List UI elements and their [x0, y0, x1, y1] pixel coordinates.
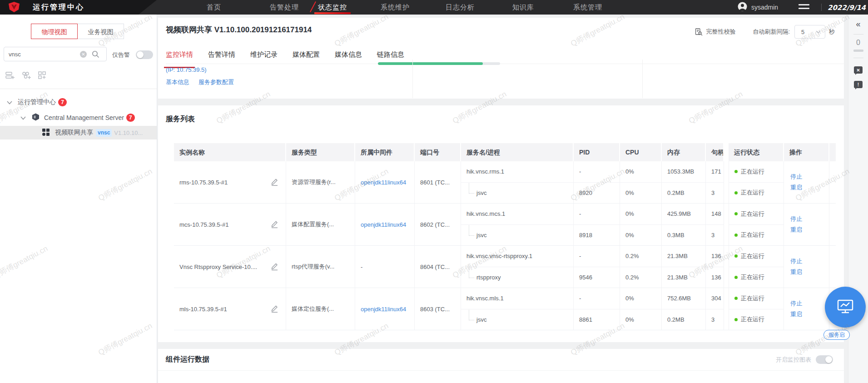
port-cell: 8603 (TC... — [415, 288, 461, 330]
floating-monitor-button[interactable] — [825, 287, 866, 328]
restart-link[interactable]: 重启 — [790, 310, 802, 318]
add-cluster-icon[interactable] — [22, 71, 31, 82]
edit-icon[interactable] — [271, 178, 278, 187]
col-status: 运行状态 — [729, 143, 784, 161]
chart-toggle[interactable] — [816, 355, 833, 364]
app-title: 运行管理中心 — [33, 0, 84, 15]
message-close-icon[interactable]: ✕ — [854, 66, 863, 74]
menu-icon[interactable] — [799, 4, 809, 10]
tab-physical-view[interactable]: 物理视图 — [31, 24, 78, 39]
middleware-link[interactable]: openjdk11linux64 — [361, 179, 406, 186]
tab-alarm-detail[interactable]: 告警详情 — [208, 50, 235, 64]
rail-divider — [853, 58, 863, 58]
search-icon[interactable] — [92, 50, 99, 60]
table-row: mls-10.75.39.5-#1 媒体定位服务(... openjdk11li… — [174, 288, 836, 330]
nav-log-analysis[interactable]: 日志分析 — [446, 0, 475, 15]
topbar: 运行管理中心 首页 告警处理 状态监控 系统维护 日志分析 知识库 系统管理 s… — [0, 0, 868, 15]
nav-system-maintenance[interactable]: 系统维护 — [381, 0, 410, 15]
tab-monitor-detail[interactable]: 监控详情 — [166, 50, 193, 64]
tree-node-label: Central Management Server — [44, 114, 124, 121]
status-dot — [734, 318, 738, 321]
col-memory: 内存 — [662, 143, 706, 161]
nav-home[interactable]: 首页 — [207, 0, 221, 15]
process-name: hik.vnsc.mcs.1 — [466, 210, 505, 217]
panel-divider — [642, 60, 643, 98]
page-title: 视频联网共享 V1.10.100.20191216171914 — [166, 25, 312, 35]
tab-media-config[interactable]: 媒体配置 — [293, 50, 320, 64]
memory-cell: 1053.3MB 0.2MB — [662, 161, 706, 203]
message-alert-icon[interactable]: ! — [854, 81, 863, 88]
notification-count: 0 — [856, 39, 860, 47]
restart-link[interactable]: 重启 — [790, 226, 802, 234]
col-pid: PID — [574, 143, 620, 161]
service-start-pill[interactable]: 服务启 — [823, 330, 850, 340]
instance-ip: (IP: 10.75.39.5) — [166, 66, 207, 73]
stop-link[interactable]: 停止 — [790, 299, 802, 308]
stop-link[interactable]: 停止 — [790, 173, 802, 181]
chart-toggle-label: 开启监控图表 — [776, 356, 811, 364]
table-row: rms-10.75.39.5-#1 资源管理服务(r... openjdk11l… — [174, 161, 836, 204]
actions-cell: 停止 重启 — [784, 246, 829, 288]
tree-node-root[interactable]: 运行管理中心 7 — [0, 95, 157, 109]
cpu-cell: 0.2% 0.2% — [620, 246, 662, 288]
status-dot — [734, 297, 738, 300]
stop-link[interactable]: 停止 — [790, 215, 802, 223]
child-process-name: jsvc — [466, 189, 486, 196]
nav-status-monitor[interactable]: 状态监控 — [318, 0, 347, 15]
user-menu[interactable]: sysadmin — [738, 0, 778, 15]
status-text: 正在运行 — [741, 189, 764, 197]
collapse-panel-icon[interactable]: « — [856, 20, 860, 28]
memory-cell: 425.9MB 0.3MB — [662, 204, 706, 245]
rail-scrollbar[interactable] — [853, 50, 863, 52]
chevron-down-icon[interactable] — [7, 99, 12, 106]
service-type-cell: 媒体定位服务(... — [286, 288, 355, 330]
tab-business-view[interactable]: 业务视图 — [77, 24, 124, 39]
restart-link[interactable]: 重启 — [790, 268, 802, 276]
rail-divider — [853, 34, 863, 35]
edit-icon[interactable] — [271, 262, 278, 272]
table-row: Vnsc Rtspproxy Service-10.... rtsp代理服务(v… — [174, 246, 836, 288]
refresh-interval-unit: 秒 — [829, 28, 835, 36]
tab-media-info[interactable]: 媒体信息 — [335, 50, 362, 64]
edit-icon[interactable] — [271, 304, 278, 314]
refresh-interval-label: 自动刷新间隔: — [753, 28, 790, 36]
stop-link[interactable]: 停止 — [790, 257, 802, 265]
col-instance: 实例名称 — [174, 143, 286, 161]
refresh-interval-select[interactable]: 5 — [794, 25, 825, 39]
edit-icon[interactable] — [271, 220, 278, 229]
middleware-value: - — [361, 264, 362, 270]
nav-system-management[interactable]: 系统管理 — [573, 0, 602, 15]
middleware-link[interactable]: openjdk11linux64 — [361, 221, 406, 228]
nav-alarm-handling[interactable]: 告警处理 — [270, 0, 299, 15]
col-middleware: 所属中间件 — [355, 143, 415, 161]
tab-link-info[interactable]: 链路信息 — [377, 50, 404, 64]
component-data-panel: 组件运行数据 开启监控图表 — [158, 349, 844, 383]
avatar-icon — [738, 2, 747, 13]
service-param-config-link[interactable]: 服务参数配置 — [198, 78, 234, 86]
status-text: 正在运行 — [741, 168, 764, 176]
status-dot — [734, 170, 738, 173]
alarm-only-toggle[interactable] — [136, 50, 153, 59]
search-input[interactable] — [4, 47, 107, 61]
clear-search-icon[interactable]: ✕ — [80, 51, 87, 58]
nav-knowledge-base[interactable]: 知识库 — [512, 0, 534, 15]
middleware-link[interactable]: openjdk11linux64 — [361, 306, 406, 313]
detail-header-panel: 视频联网共享 V1.10.100.20191216171914 完整性校验 自动… — [158, 18, 844, 99]
cpu-cell: 0% 0% — [620, 161, 662, 203]
tree-node-server[interactable]: Central Management Server 7 — [0, 111, 157, 124]
child-process-name: jsvc — [466, 232, 486, 239]
header-toolbar: 完整性校验 自动刷新间隔: 5 秒 — [695, 25, 835, 39]
basic-info-link[interactable]: 基本信息 — [166, 78, 189, 86]
tree-node-vnsc[interactable]: 视频联网共享 vnsc V1.10.10... — [0, 126, 157, 139]
col-cpu: CPU — [620, 143, 662, 161]
add-module-icon[interactable] — [38, 71, 47, 82]
process-cell: hik.vnsc.mls.1 jsvc — [461, 288, 574, 330]
status-dot — [734, 276, 738, 279]
service-table: 实例名称 服务类型 所属中间件 端口号 服务名/进程 PID CPU 内存 句柄… — [174, 143, 836, 330]
username: sysadmin — [751, 4, 778, 11]
chevron-down-icon[interactable] — [20, 114, 26, 121]
add-server-icon[interactable] — [5, 71, 15, 82]
integrity-check-button[interactable]: 完整性校验 — [695, 28, 735, 36]
tab-maintenance-record[interactable]: 维护记录 — [250, 50, 278, 64]
restart-link[interactable]: 重启 — [790, 184, 802, 192]
